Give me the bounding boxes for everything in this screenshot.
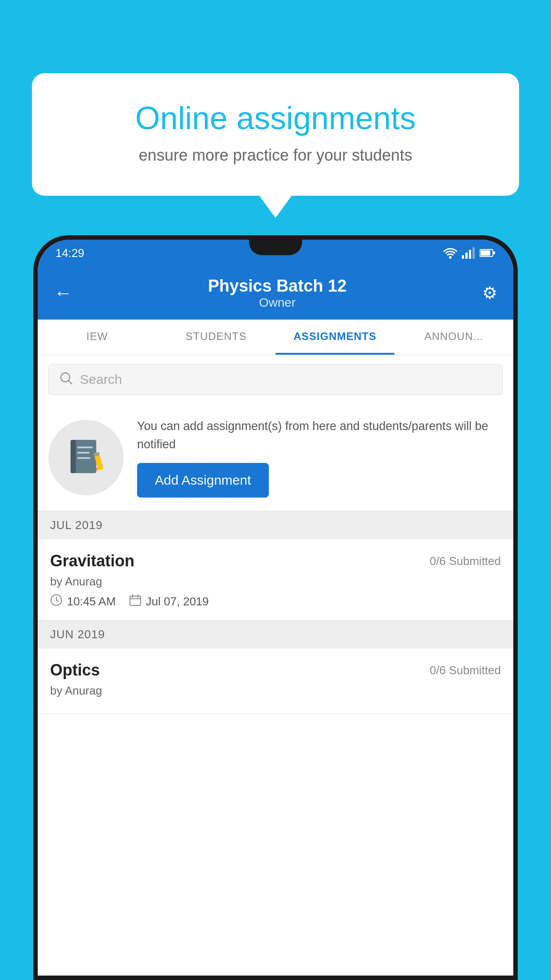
svg-rect-13: [77, 452, 90, 454]
assignment-item-optics[interactable]: Optics 0/6 Submitted by Anurag: [38, 648, 513, 714]
add-assignment-section: You can add assignment(s) from here and …: [38, 404, 513, 511]
app-bar-title: Physics Batch 12: [208, 277, 347, 296]
wifi-icon: [443, 247, 457, 259]
assignment-time-value: 10:45 AM: [67, 595, 116, 609]
assignment-name: Gravitation: [50, 552, 134, 570]
assignment-optics-submitted: 0/6 Submitted: [430, 664, 501, 677]
svg-rect-3: [469, 250, 471, 259]
app-bar: ← Physics Batch 12 Owner ⚙: [38, 266, 513, 320]
notch: [249, 240, 302, 255]
tab-announcements[interactable]: ANNOUN...: [394, 320, 513, 355]
assignment-author: by Anurag: [50, 575, 501, 589]
tab-bar: IEW STUDENTS ASSIGNMENTS ANNOUN...: [38, 320, 513, 355]
tab-iew[interactable]: IEW: [38, 320, 157, 355]
svg-line-9: [68, 380, 72, 384]
assignment-date: Jul 07, 2019: [129, 594, 209, 609]
add-assignment-button[interactable]: Add Assignment: [137, 463, 269, 498]
search-bar[interactable]: Search: [48, 364, 503, 395]
speech-bubble: Online assignments ensure more practice …: [32, 73, 519, 196]
back-button[interactable]: ←: [54, 282, 72, 304]
svg-rect-6: [480, 250, 490, 256]
svg-rect-21: [130, 596, 141, 605]
assignment-meta: 10:45 AM Jul 07, 2019: [50, 594, 501, 609]
assignment-date-value: Jul 07, 2019: [146, 595, 209, 609]
speech-bubble-title: Online assignments: [63, 100, 488, 136]
assignment-optics-name: Optics: [50, 661, 100, 680]
add-assignment-content: You can add assignment(s) from here and …: [137, 417, 503, 498]
svg-point-0: [449, 256, 452, 259]
notebook-icon: [66, 438, 106, 478]
assignment-icon-circle: [48, 420, 124, 495]
search-icon: [59, 371, 73, 388]
assignment-time: 10:45 AM: [50, 594, 116, 609]
section-header-jul: JUL 2019: [38, 511, 513, 539]
speech-bubble-subtitle: ensure more practice for your students: [63, 146, 488, 165]
svg-rect-4: [472, 247, 475, 259]
svg-rect-1: [462, 255, 464, 259]
svg-rect-2: [465, 253, 468, 259]
svg-rect-12: [77, 447, 93, 448]
add-assignment-description: You can add assignment(s) from here and …: [137, 417, 503, 453]
app-bar-title-group: Physics Batch 12 Owner: [208, 277, 347, 310]
status-time: 14:29: [55, 246, 84, 260]
search-container: Search: [38, 355, 513, 404]
app-bar-subtitle: Owner: [208, 296, 347, 310]
signal-icon: [462, 247, 475, 259]
svg-rect-7: [493, 252, 495, 254]
assignment-submitted: 0/6 Submitted: [430, 554, 501, 568]
section-header-jun: JUN 2019: [38, 620, 513, 648]
settings-button[interactable]: ⚙: [482, 283, 497, 303]
assignment-item-optics-header: Optics 0/6 Submitted: [50, 661, 501, 680]
status-icons: [443, 247, 496, 259]
clock-icon: [50, 594, 63, 609]
phone-frame: 14:29: [33, 235, 518, 980]
calendar-icon: [129, 594, 142, 609]
svg-line-20: [56, 600, 59, 601]
svg-rect-11: [71, 440, 76, 473]
svg-rect-14: [77, 457, 91, 459]
assignment-item-gravitation[interactable]: Gravitation 0/6 Submitted by Anurag 10:4…: [38, 539, 513, 620]
tab-assignments[interactable]: ASSIGNMENTS: [276, 320, 394, 355]
assignment-optics-author: by Anurag: [50, 684, 501, 698]
tab-students[interactable]: STUDENTS: [157, 320, 276, 355]
phone-inner: 14:29: [38, 240, 513, 976]
battery-icon: [480, 249, 496, 257]
status-bar: 14:29: [38, 240, 513, 266]
search-placeholder: Search: [80, 372, 122, 387]
assignment-item-header: Gravitation 0/6 Submitted: [50, 552, 501, 570]
